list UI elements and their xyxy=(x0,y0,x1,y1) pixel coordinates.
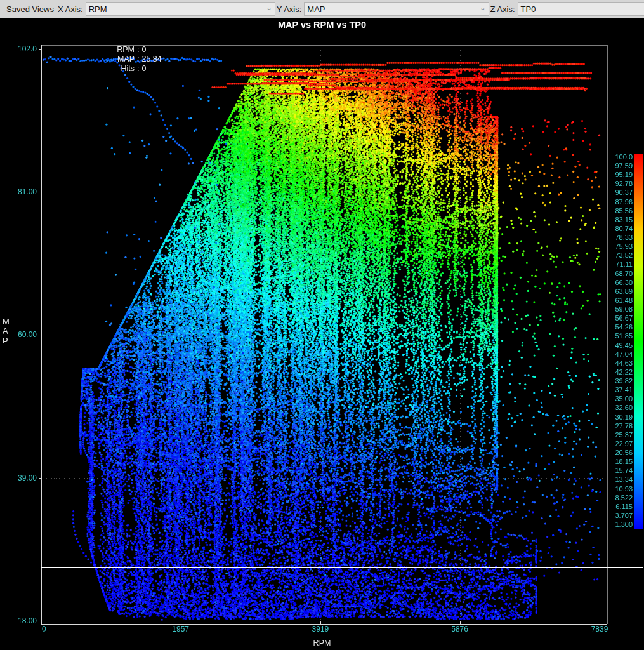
z-axis-select[interactable]: TP0 xyxy=(518,2,644,16)
colorbar-tick-label: 20.56 xyxy=(605,449,633,456)
colorbar-tick-label: 39.82 xyxy=(605,377,633,385)
colorbar-tick-label: 54.26 xyxy=(605,323,633,331)
colorbar-tick-label: 73.52 xyxy=(605,251,633,259)
colorbar-tick-label: 56.67 xyxy=(605,314,633,322)
z-axis-label: Z Axis: xyxy=(489,4,518,14)
x-tick-label: 5876 xyxy=(450,625,470,633)
colorbar-tick-label: 25.37 xyxy=(605,431,633,439)
y-tick-label: 39.00 xyxy=(1,474,37,482)
colorbar-tick-label: 49.45 xyxy=(605,342,633,349)
colorbar-tick-label: 95.19 xyxy=(605,171,633,178)
colorbar-tick-label: 18.15 xyxy=(605,458,633,465)
colorbar-tick-label: 61.48 xyxy=(605,296,633,304)
colorbar-tick-label: 97.59 xyxy=(605,162,633,169)
saved-views-menu[interactable]: Saved Views xyxy=(5,4,56,14)
colorbar-tick-label: 47.04 xyxy=(605,350,633,358)
colorbar-tick-label: 66.30 xyxy=(605,279,633,286)
y-axis-select[interactable]: MAP ⌄ xyxy=(304,2,489,16)
colorbar-tick-label: 51.85 xyxy=(605,332,633,340)
colorbar-tick-label: 6.115 xyxy=(605,503,633,510)
colorbar-tick-label: 59.08 xyxy=(605,305,633,313)
colorbar-tick-label: 71.11 xyxy=(605,260,633,268)
colorbar-tick-label: 15.74 xyxy=(605,467,633,474)
colorbar-tick-label: 83.15 xyxy=(605,216,633,223)
chevron-down-icon: ⌄ xyxy=(266,4,272,12)
colorbar-tick-label: 87.96 xyxy=(605,198,633,206)
colorbar-tick-label: 35.00 xyxy=(605,395,633,402)
colorbar-tick-label: 75.93 xyxy=(605,242,633,250)
colorbar-tick-label: 85.56 xyxy=(605,207,633,215)
colorbar-tick-label: 1.300 xyxy=(605,521,633,528)
readout-row: MAP:25.84 xyxy=(76,55,162,64)
colorbar-tick-label: 30.19 xyxy=(605,413,633,421)
z-axis-selected-value: TP0 xyxy=(521,4,536,14)
colorbar-tick-label: 32.60 xyxy=(605,404,633,411)
colorbar-tick-label: 3.707 xyxy=(605,512,633,519)
colorbar-tick-label: 42.22 xyxy=(605,368,633,376)
colorbar-tick-label: 78.33 xyxy=(605,234,633,241)
colorbar-tick-label: 37.41 xyxy=(605,386,633,394)
app-window: Saved Views X Axis: RPM ⌄ Y Axis: MAP ⌄ … xyxy=(0,0,644,650)
colorbar-tick-label: 68.70 xyxy=(605,270,633,277)
x-tick-label: 0 xyxy=(42,625,62,633)
colorbar-tick-label: 13.34 xyxy=(605,475,633,483)
chevron-down-icon: ⌄ xyxy=(480,4,485,12)
chart-title: MAP vs RPM vs TP0 xyxy=(0,20,644,30)
x-axis-select[interactable]: RPM ⌄ xyxy=(86,2,275,16)
x-axis-title: RPM xyxy=(0,639,644,647)
scatter-plot-canvas[interactable] xyxy=(0,0,644,650)
toolbar: Saved Views X Axis: RPM ⌄ Y Axis: MAP ⌄ … xyxy=(0,0,644,18)
y-axis-label: Y Axis: xyxy=(275,4,305,14)
colorbar-tick-label: 8.522 xyxy=(605,494,633,501)
colorbar-tick-label: 80.74 xyxy=(605,225,633,232)
x-tick-label: 1957 xyxy=(171,625,191,633)
y-tick-label: 102.0 xyxy=(1,44,37,53)
colorbar-tick-label: 44.63 xyxy=(605,359,633,367)
readout-row: RPM:0 xyxy=(76,45,162,55)
colorbar-tick-label: 100.0 xyxy=(605,153,633,161)
y-tick-label: 18.00 xyxy=(1,616,37,625)
colorbar-tick-label: 27.78 xyxy=(605,422,633,430)
x-tick-label: 7839 xyxy=(589,625,610,633)
y-tick-label: 60.00 xyxy=(1,330,37,339)
colorbar-tick-label: 90.37 xyxy=(605,189,633,196)
x-axis-selected-value: RPM xyxy=(89,4,107,14)
colorbar-gradient xyxy=(634,154,643,529)
colorbar-tick-label: 22.97 xyxy=(605,440,633,448)
readout-row: Hits:0 xyxy=(76,64,162,74)
colorbar-tick-label: 10.93 xyxy=(605,485,633,493)
colorbar-tick-label: 92.78 xyxy=(605,180,633,187)
y-tick-label: 81.00 xyxy=(1,187,37,196)
x-tick-label: 3919 xyxy=(310,625,331,633)
y-axis-selected-value: MAP xyxy=(307,4,325,14)
x-axis-label: X Axis: xyxy=(56,4,86,14)
colorbar-tick-label: 63.89 xyxy=(605,288,633,295)
crosshair-readout: RPM:0MAP:25.84Hits:0 xyxy=(76,45,162,74)
